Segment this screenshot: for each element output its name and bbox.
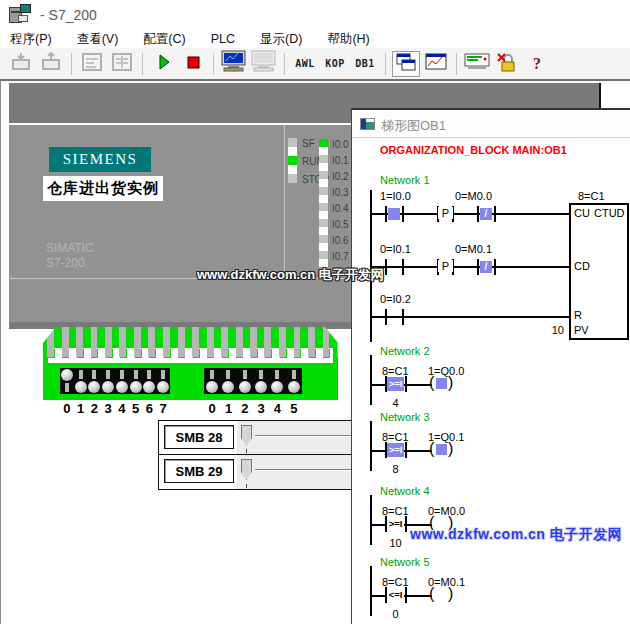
toggle-switch-i1.5[interactable] (286, 368, 302, 394)
coil-open-paren: ( (429, 374, 434, 392)
stop-button[interactable] (179, 51, 207, 77)
contact-bar (405, 516, 407, 532)
td200-button[interactable] (463, 51, 491, 77)
contact-label: 1=I0.0 (380, 190, 411, 202)
toggle-switch-i0.6[interactable] (143, 368, 157, 394)
menu-plc[interactable]: PLC (201, 32, 245, 46)
energized-contact[interactable] (388, 208, 400, 220)
menu-program[interactable]: 程序(P) (0, 31, 62, 48)
smb29-slider[interactable] (237, 455, 353, 489)
switch-number: 4 (274, 401, 281, 416)
led-spacer (319, 147, 328, 155)
smb28-slider-thumb[interactable] (241, 425, 252, 446)
stop-icon (183, 52, 203, 76)
menu-help[interactable]: 帮助(H) (317, 31, 379, 48)
ladder-window-titlebar[interactable]: 梯形图OB1 (352, 110, 630, 138)
counter-pv-input: PV (574, 324, 589, 336)
monitor-off-icon (251, 50, 278, 77)
nc-contact[interactable]: / (480, 208, 492, 220)
download-button[interactable] (7, 51, 35, 77)
switch-number: 7 (160, 401, 167, 416)
compare-contact[interactable]: >=I (387, 443, 404, 457)
smb28-slider-tick (246, 449, 247, 453)
contact-bar (494, 259, 496, 275)
editor-window-icon (80, 51, 104, 77)
ladder-window: 梯形图OB1 ORGANIZATION_BLOCK MAIN:OB1 Netwo… (351, 108, 630, 624)
smb29-label: SMB 29 (164, 459, 234, 483)
toggle-switch-i0.3[interactable] (101, 368, 115, 394)
datablock-window-button[interactable] (108, 51, 136, 77)
db1-view-button[interactable]: DB1 (351, 51, 379, 77)
monitor-on-button[interactable] (220, 51, 248, 77)
upload-button[interactable] (37, 51, 65, 77)
toggle-switch-i0.7[interactable] (156, 368, 170, 394)
network-5: Network 5 8=C1 0=M0.1 <=I ( ) 0 (352, 556, 630, 620)
contact-bar (494, 206, 496, 222)
terminal-connector (43, 327, 338, 400)
title-bar[interactable]: - S7_200 (0, 0, 630, 30)
menu-display[interactable]: 显示(D) (250, 31, 312, 48)
contact-bar (385, 259, 387, 275)
awl-view-button[interactable]: AWL (291, 51, 319, 77)
counter-label: 8=C1 (578, 190, 605, 202)
contact-bar (405, 587, 407, 603)
toggle-switch-i0.1[interactable] (74, 368, 88, 394)
toggle-switch-i1.2[interactable] (237, 368, 253, 394)
watermark-bottom: www.dzkfw.com.cn 电子开发网 (410, 526, 622, 544)
run-button[interactable] (149, 51, 177, 77)
input-switch-group-1 (60, 368, 170, 394)
smb29-slider-track[interactable] (255, 469, 351, 471)
toggle-switch-i0.5[interactable] (129, 368, 143, 394)
input-led-i0.6 (319, 235, 328, 243)
toggle-switch-i0.4[interactable] (115, 368, 129, 394)
toggle-switch-i1.4[interactable] (269, 368, 285, 394)
contact-bar (477, 206, 479, 222)
plc-front-panel: SIEMENS 仓库进出货实例 SIMATIC S7-200 SF RUN ST… (9, 125, 351, 322)
password-lock-button[interactable] (493, 51, 521, 77)
toggle-switch-i1.3[interactable] (253, 368, 269, 394)
toggle-switch-i1.1[interactable] (220, 368, 236, 394)
toggle-switch-i0.2[interactable] (88, 368, 102, 394)
energized-coil[interactable] (436, 444, 447, 455)
cascade-windows-button[interactable] (392, 51, 420, 77)
compare-value: 4 (387, 397, 404, 409)
rung-wire (370, 266, 569, 268)
smb28-slider-track[interactable] (255, 435, 351, 437)
compare-value: 0 (387, 608, 404, 620)
smb28-label: SMB 28 (164, 425, 234, 449)
energized-coil[interactable] (436, 378, 447, 389)
menu-config[interactable]: 配置(C) (133, 31, 195, 48)
compare-contact[interactable]: >=I (387, 517, 404, 531)
editor-window-button[interactable] (78, 51, 106, 77)
compare-contact[interactable]: >=I (387, 377, 404, 391)
window-title: - S7_200 (40, 7, 97, 23)
switch-number: 3 (105, 401, 112, 416)
input-led-i0.4 (319, 203, 328, 211)
input-led-label: I0.1 (332, 155, 349, 166)
panel-divider-vertical (284, 125, 285, 278)
nc-contact[interactable]: / (480, 261, 492, 273)
status-chart-button[interactable] (422, 51, 450, 77)
coil-close-paren: ) (448, 585, 453, 603)
contact-label: 0=I0.2 (380, 293, 411, 305)
app-window: - S7_200 程序(P) 查看(V) 配置(C) PLC 显示(D) 帮助(… (0, 0, 630, 624)
counter-cd-input: CD (574, 260, 590, 272)
smb28-slider[interactable] (237, 421, 353, 454)
monitor-off-button[interactable] (250, 51, 278, 77)
menu-view[interactable]: 查看(V) (67, 31, 129, 48)
toggle-switch-i1.0[interactable] (204, 368, 220, 394)
power-rail (370, 355, 372, 405)
toggle-switch-i0.0[interactable] (60, 368, 74, 394)
lock-icon (495, 51, 519, 77)
input-led-i0.0 (319, 139, 328, 147)
help-button[interactable]: ? (523, 51, 551, 77)
menu-bar: 程序(P) 查看(V) 配置(C) PLC 显示(D) 帮助(H) (0, 30, 630, 48)
contact-bar (402, 309, 404, 325)
network-2: Network 2 8=C1 1=Q0.0 >=I ( ) 4 (352, 345, 630, 409)
kop-view-button[interactable]: KOP (321, 51, 349, 77)
compare-contact[interactable]: <=I (387, 588, 404, 602)
counter-cu-input: CU (574, 207, 590, 219)
status-chart-icon (424, 52, 448, 76)
smb29-slider-thumb[interactable] (241, 459, 252, 480)
edge-contact-p: P (438, 207, 453, 219)
